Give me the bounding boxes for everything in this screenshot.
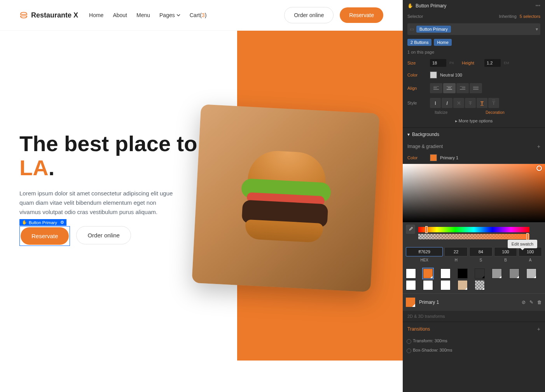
brand-name: Restaurante X [31, 11, 78, 19]
overline-button[interactable]: T [488, 98, 499, 108]
add-gradient-button[interactable]: + [537, 143, 540, 150]
align-center-button[interactable] [443, 83, 456, 93]
backgrounds-section[interactable]: ▾ Backgrounds [403, 127, 545, 141]
alpha-cursor[interactable] [526, 233, 529, 240]
size-input[interactable] [430, 59, 446, 67]
transitions-section[interactable]: Transitions+ [403, 322, 545, 336]
transforms-section[interactable]: 2D & 3D transforms [403, 311, 545, 322]
panel-header: ✋ Button Primary ••• [403, 0, 545, 12]
swatch[interactable] [423, 280, 433, 290]
selector-label: Selector [407, 14, 427, 19]
reservate-button[interactable]: Reservate [340, 7, 383, 23]
current-swatch-name: Primary 1 [419, 300, 439, 305]
hero-food-image [192, 104, 379, 292]
brand-logo[interactable]: Restaurante X [19, 11, 78, 19]
selection-badge[interactable]: ✋ Button Primary ⚙ [19, 219, 66, 226]
italic-button[interactable]: I [442, 98, 452, 108]
transition-transform[interactable]: Transform: 300ms [403, 336, 545, 345]
burger-icon [19, 11, 28, 19]
swatch[interactable] [526, 268, 536, 279]
swatch[interactable] [440, 280, 451, 290]
align-label: Align [407, 86, 427, 91]
grab-icon: ✋ [22, 220, 27, 225]
class-tag-buttons[interactable]: 2 Buttons [407, 39, 431, 46]
align-justify-button[interactable] [470, 83, 482, 93]
nav-cart[interactable]: Cart(3) [190, 12, 207, 18]
top-nav: Restaurante X Home About Menu Pages Cart… [0, 0, 403, 31]
swatch[interactable] [440, 268, 451, 279]
sb-cursor[interactable] [536, 166, 542, 171]
swatch[interactable] [458, 268, 468, 279]
class-tag-primary[interactable]: Button Primary [416, 26, 451, 33]
hue-slider[interactable] [418, 227, 529, 232]
swatch[interactable] [406, 280, 416, 290]
style-label: Style [407, 101, 427, 105]
inherit-count[interactable]: 5 selectors [520, 14, 540, 19]
nav-about[interactable]: About [113, 12, 127, 18]
nav-home[interactable]: Home [89, 12, 103, 18]
saturation-brightness-area[interactable] [403, 164, 545, 222]
b-input[interactable] [494, 247, 517, 256]
edit-icon[interactable]: ✎ [529, 300, 533, 305]
unlink-icon[interactable]: ⊘ [522, 300, 526, 305]
chevron-down-icon[interactable]: ▾ [536, 26, 538, 32]
align-right-button[interactable] [456, 83, 469, 93]
swatch[interactable] [492, 268, 502, 279]
nav-pages[interactable]: Pages [159, 12, 180, 18]
class-tag-home[interactable]: Home [434, 39, 451, 46]
hero-reservate-button[interactable]: Reservate [21, 227, 69, 245]
swatch[interactable] [509, 268, 519, 279]
bg-color-swatch[interactable] [430, 154, 437, 161]
trash-icon[interactable]: 🗑 [537, 300, 542, 305]
image-gradient-label: Image & gradient [407, 144, 443, 149]
selected-element-wrapper: ✋ Button Primary ⚙ Reservate [19, 226, 70, 246]
color-label: Color [407, 73, 427, 77]
swatch-grid [403, 265, 545, 293]
style-panel: ✋ Button Primary ••• Selector Inheriting… [403, 0, 545, 392]
hero-body: Lorem ipsum dolor sit amet consectetur a… [19, 189, 175, 217]
swatch[interactable] [475, 268, 485, 279]
current-swatch[interactable] [406, 298, 415, 307]
color-picker: HEX H S B A Primary 1 ⊘ ✎ [403, 164, 545, 311]
underline-button[interactable]: T [477, 98, 487, 108]
grab-icon: ✋ [407, 3, 413, 9]
viewport-icon: ▭ [410, 26, 414, 32]
strikethrough-button[interactable]: T [465, 98, 476, 108]
on-page-count: 1 on this page [403, 47, 545, 57]
bg-color-label: Color [407, 155, 427, 160]
add-transition-button[interactable]: + [537, 326, 540, 332]
more-icon[interactable]: ••• [535, 3, 540, 9]
align-left-button[interactable] [430, 83, 442, 93]
cart-count: 3 [202, 12, 205, 18]
hero-order-button[interactable]: Order online [76, 226, 131, 244]
swatch[interactable] [458, 280, 468, 290]
eyedropper-button[interactable] [406, 225, 415, 234]
swatch-transparent[interactable] [475, 280, 485, 290]
hex-input[interactable] [406, 247, 443, 256]
swatch[interactable] [406, 268, 416, 279]
h-input[interactable] [444, 247, 468, 256]
chevron-down-icon [176, 13, 180, 17]
text-color-swatch[interactable] [430, 71, 437, 78]
hue-cursor[interactable] [425, 226, 428, 233]
order-online-button[interactable]: Order online [284, 7, 334, 23]
strike-button[interactable]: ✕ [453, 98, 464, 108]
selector-input[interactable]: ▭ Button Primary ▾ [407, 23, 540, 35]
height-label: Height [462, 61, 481, 65]
edit-swatch-tooltip: Edit swatch [508, 240, 537, 248]
transition-shadow[interactable]: Box-Shadow: 300ms [403, 345, 545, 355]
swatch[interactable] [423, 268, 433, 279]
nav-menu[interactable]: Menu [136, 12, 150, 18]
s-input[interactable] [469, 247, 493, 256]
more-type-options[interactable]: ▸ More type options [403, 115, 545, 127]
gear-icon[interactable]: ⚙ [60, 220, 64, 225]
alpha-slider[interactable] [418, 234, 529, 239]
height-input[interactable] [484, 59, 501, 67]
regular-button[interactable]: I [430, 98, 441, 108]
size-label: Size [407, 61, 427, 65]
